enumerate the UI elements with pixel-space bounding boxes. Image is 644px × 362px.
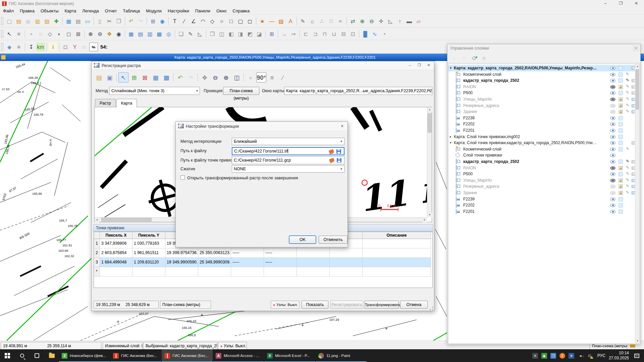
locked-checkbox[interactable] [619, 104, 623, 108]
table-icon[interactable]: ⊞ [149, 17, 157, 25]
scalebar-icon[interactable]: ▬ [405, 17, 414, 25]
layers-tree[interactable]: ▾Карта: кадастр_карта_города_2502,RAION,… [448, 64, 640, 344]
to-polyline-icon[interactable]: → [280, 29, 288, 38]
select-polygon-icon[interactable]: ◇ [46, 29, 54, 38]
taskbar-app-map2gis[interactable]: 2Новосибирск (фев... [59, 349, 110, 362]
window-grid-4-icon[interactable]: ▩ [155, 29, 164, 38]
browse-save-icon[interactable] [336, 149, 341, 154]
layer-row[interactable]: F2202 [448, 202, 636, 208]
resize-grip[interactable] [430, 307, 433, 310]
editable-pencil-icon[interactable]: ✎ [626, 84, 629, 89]
locked-checkbox[interactable] [619, 184, 623, 189]
selectable-checkbox[interactable] [619, 122, 623, 126]
editable-pencil-icon[interactable]: ✎ [626, 109, 629, 114]
taskbar-app-axioma[interactable]: ГИС Аксиома (Бес... [162, 349, 213, 362]
menu-модули[interactable]: Модули [143, 7, 165, 15]
eraser-tool-icon[interactable]: ▱ [414, 17, 423, 25]
polyline-tool-icon[interactable]: ∠ [189, 17, 198, 25]
editable-pencil-icon[interactable]: ✎ [626, 190, 629, 195]
layer-row[interactable]: Улицы_Mapinfo✎ [448, 96, 636, 103]
to-polygon-icon[interactable]: ⇒ [289, 29, 298, 38]
add-data-icon[interactable]: ✚ [52, 17, 61, 25]
select-boundary-icon[interactable]: ◐ [55, 29, 64, 38]
taskbar-app-access[interactable]: AMicrosoft Access - ... [213, 349, 264, 362]
editable-pencil-icon[interactable]: ✎ [626, 165, 629, 170]
home-icon[interactable]: ⌂ [308, 17, 317, 25]
layers-scrollbar[interactable]: ▲ ▼ [635, 64, 639, 343]
layer-row[interactable]: F2201 [448, 127, 636, 134]
window-grid-3-icon[interactable]: ▥ [146, 29, 154, 38]
selectable-checkbox[interactable] [619, 116, 623, 120]
zoom-in-icon[interactable]: ⊕ [221, 72, 231, 82]
recent-workspace-icon[interactable]: ▧ [43, 17, 51, 25]
menu-панели[interactable]: Панели [192, 7, 213, 15]
selectable-checkbox[interactable] [619, 128, 623, 133]
rectangle-frame-icon[interactable]: □ [61, 43, 70, 51]
cut-icon[interactable]: ✂ [105, 17, 114, 25]
toolbar-grip[interactable] [1, 17, 3, 25]
swap-coords-icon[interactable]: ⇄ [348, 17, 357, 25]
layer-group-row[interactable]: ▾Карта: кадастр_карта_города_2502,RAION,… [448, 65, 636, 71]
tray-remote-icon[interactable]: ❐ [550, 353, 556, 359]
layer-row[interactable]: Косметический слой✎ [448, 71, 636, 78]
collapse-icon[interactable]: ▾ [450, 66, 451, 70]
visibility-eye-icon[interactable] [610, 147, 615, 151]
align-center-v-icon[interactable]: ⊡ [348, 29, 357, 38]
menu-карта[interactable]: Карта [62, 7, 79, 15]
open-workspace-icon[interactable]: ▥ [33, 17, 42, 25]
start-button[interactable] [0, 349, 15, 362]
taskbar-app-paint[interactable]: 11.png - Paint [316, 349, 367, 362]
crosshair-icon[interactable]: ✛ [377, 17, 385, 25]
info-tool-icon[interactable]: ◉ [158, 17, 167, 25]
tf-close-button[interactable]: ✕ [337, 123, 347, 130]
select-arrow-icon[interactable]: ↖ [5, 29, 14, 38]
ruler-icon[interactable]: ◺ [386, 17, 395, 25]
collapse-icon[interactable]: ▾ [450, 141, 451, 144]
select-list-icon[interactable]: ≡ [14, 29, 23, 38]
tray-2gis-icon[interactable]: 2 [559, 353, 565, 359]
visibility-eye-icon[interactable] [610, 91, 615, 95]
arc-tool-icon[interactable]: ◠ [199, 17, 207, 25]
layer-row[interactable]: Косметический слой✎ [448, 146, 636, 153]
visibility-eye-icon[interactable] [610, 85, 615, 89]
editable-pencil-icon[interactable]: ✎ [626, 178, 629, 182]
text-style-icon[interactable]: A [286, 17, 295, 25]
editable-pencil-icon[interactable]: ✎ [626, 146, 629, 151]
cancel-button[interactable]: Отмена [400, 301, 428, 309]
add-layer-icon[interactable]: ◇✚ [469, 53, 479, 62]
menu-файл[interactable]: Файл [0, 7, 17, 15]
editable-pencil-icon[interactable]: ✎ [626, 90, 629, 95]
copy-icon[interactable]: ❐ [114, 17, 123, 25]
reg-close-button[interactable]: ✕ [424, 62, 433, 69]
align-center-h-icon[interactable]: ⊟ [339, 29, 348, 38]
layer-row[interactable]: Здания✎ [448, 109, 636, 115]
tray-antivirus-icon[interactable]: ◆ [541, 353, 547, 359]
zoom-actual-icon[interactable]: ◉ [114, 29, 123, 38]
clear-path-icon[interactable] [329, 149, 334, 154]
gcp-path-input[interactable]: C:/Сканер/422 Гоголя/111.gcp [232, 156, 344, 164]
file-explorer-button[interactable] [44, 349, 59, 362]
file-path-input[interactable]: C:/Сканер/422 Гоголя/111.tif [232, 147, 344, 155]
window-grid-1-icon[interactable]: ▦ [127, 29, 136, 38]
selectable-checkbox[interactable] [619, 72, 623, 77]
new-browser-icon[interactable]: ▭ [83, 17, 92, 25]
expand-icon[interactable]: ▸ [450, 135, 451, 138]
map-window-combo[interactable]: Карта: кадастр_карта_города_2502,R...ые_… [284, 87, 432, 95]
visibility-eye-icon[interactable] [610, 166, 615, 170]
editable-pencil-icon[interactable]: ✎ [626, 171, 629, 176]
layer-group-row[interactable]: ▸Карта: Слой точек привязки,img002 [448, 134, 636, 140]
new-report-icon[interactable]: ▤ [74, 17, 83, 25]
layer-row[interactable]: P500✎ [448, 90, 636, 96]
layer-row[interactable]: Улицы_Mapinfo✎ [448, 177, 636, 184]
tray-defender-icon[interactable]: ❖ [569, 353, 574, 359]
layer-row[interactable]: кадастр_карта_города_2502✎ [448, 159, 636, 165]
magnifier-icon[interactable]: ◌ [80, 43, 89, 51]
rotate-90-icon[interactable]: 90° [256, 72, 266, 82]
selectable-checkbox[interactable] [619, 172, 623, 176]
volume-muted-icon[interactable]: ◄ [578, 353, 583, 359]
info-note-icon[interactable]: i [49, 43, 57, 51]
selectable-checkbox[interactable] [619, 160, 623, 164]
layer-group-row[interactable]: ▾Карта: Слой точек привязки,кадастр_карт… [448, 140, 636, 146]
zoom-out-icon[interactable]: ⊖ [96, 29, 104, 38]
add-point-icon[interactable]: ⊞ [129, 72, 139, 82]
